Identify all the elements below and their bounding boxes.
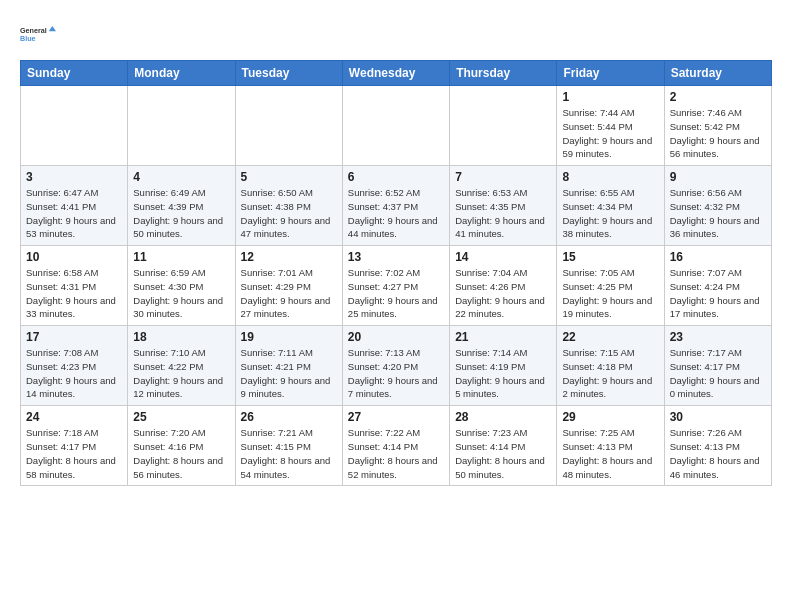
calendar-cell: 23Sunrise: 7:17 AM Sunset: 4:17 PM Dayli… (664, 326, 771, 406)
header-row: SundayMondayTuesdayWednesdayThursdayFrid… (21, 61, 772, 86)
day-info: Sunrise: 7:44 AM Sunset: 5:44 PM Dayligh… (562, 106, 658, 161)
calendar-cell: 16Sunrise: 7:07 AM Sunset: 4:24 PM Dayli… (664, 246, 771, 326)
logo-svg: General Blue (20, 16, 56, 52)
calendar-week: 24Sunrise: 7:18 AM Sunset: 4:17 PM Dayli… (21, 406, 772, 486)
day-number: 3 (26, 170, 122, 184)
day-info: Sunrise: 7:07 AM Sunset: 4:24 PM Dayligh… (670, 266, 766, 321)
day-number: 6 (348, 170, 444, 184)
day-info: Sunrise: 6:49 AM Sunset: 4:39 PM Dayligh… (133, 186, 229, 241)
svg-text:General: General (20, 26, 47, 35)
day-number: 16 (670, 250, 766, 264)
calendar-cell: 7Sunrise: 6:53 AM Sunset: 4:35 PM Daylig… (450, 166, 557, 246)
calendar-cell: 1Sunrise: 7:44 AM Sunset: 5:44 PM Daylig… (557, 86, 664, 166)
day-info: Sunrise: 7:18 AM Sunset: 4:17 PM Dayligh… (26, 426, 122, 481)
svg-marker-2 (49, 26, 56, 31)
day-info: Sunrise: 7:04 AM Sunset: 4:26 PM Dayligh… (455, 266, 551, 321)
day-number: 18 (133, 330, 229, 344)
calendar-cell: 26Sunrise: 7:21 AM Sunset: 4:15 PM Dayli… (235, 406, 342, 486)
day-number: 10 (26, 250, 122, 264)
header-day: Thursday (450, 61, 557, 86)
day-info: Sunrise: 7:13 AM Sunset: 4:20 PM Dayligh… (348, 346, 444, 401)
day-info: Sunrise: 6:50 AM Sunset: 4:38 PM Dayligh… (241, 186, 337, 241)
calendar-cell: 19Sunrise: 7:11 AM Sunset: 4:21 PM Dayli… (235, 326, 342, 406)
day-info: Sunrise: 6:59 AM Sunset: 4:30 PM Dayligh… (133, 266, 229, 321)
calendar-cell: 2Sunrise: 7:46 AM Sunset: 5:42 PM Daylig… (664, 86, 771, 166)
calendar-week: 1Sunrise: 7:44 AM Sunset: 5:44 PM Daylig… (21, 86, 772, 166)
svg-text:Blue: Blue (20, 34, 36, 43)
day-info: Sunrise: 7:15 AM Sunset: 4:18 PM Dayligh… (562, 346, 658, 401)
header-day: Saturday (664, 61, 771, 86)
calendar-cell (235, 86, 342, 166)
day-number: 30 (670, 410, 766, 424)
calendar-cell: 15Sunrise: 7:05 AM Sunset: 4:25 PM Dayli… (557, 246, 664, 326)
day-number: 8 (562, 170, 658, 184)
day-number: 7 (455, 170, 551, 184)
calendar-cell: 20Sunrise: 7:13 AM Sunset: 4:20 PM Dayli… (342, 326, 449, 406)
day-number: 20 (348, 330, 444, 344)
day-info: Sunrise: 7:46 AM Sunset: 5:42 PM Dayligh… (670, 106, 766, 161)
day-info: Sunrise: 7:11 AM Sunset: 4:21 PM Dayligh… (241, 346, 337, 401)
calendar-week: 10Sunrise: 6:58 AM Sunset: 4:31 PM Dayli… (21, 246, 772, 326)
header-day: Wednesday (342, 61, 449, 86)
calendar-cell: 24Sunrise: 7:18 AM Sunset: 4:17 PM Dayli… (21, 406, 128, 486)
day-info: Sunrise: 7:17 AM Sunset: 4:17 PM Dayligh… (670, 346, 766, 401)
day-info: Sunrise: 7:23 AM Sunset: 4:14 PM Dayligh… (455, 426, 551, 481)
day-number: 12 (241, 250, 337, 264)
calendar-cell: 27Sunrise: 7:22 AM Sunset: 4:14 PM Dayli… (342, 406, 449, 486)
day-number: 29 (562, 410, 658, 424)
day-number: 1 (562, 90, 658, 104)
day-info: Sunrise: 6:47 AM Sunset: 4:41 PM Dayligh… (26, 186, 122, 241)
day-number: 11 (133, 250, 229, 264)
day-info: Sunrise: 7:21 AM Sunset: 4:15 PM Dayligh… (241, 426, 337, 481)
day-number: 5 (241, 170, 337, 184)
calendar-cell (450, 86, 557, 166)
day-number: 24 (26, 410, 122, 424)
day-number: 25 (133, 410, 229, 424)
day-number: 19 (241, 330, 337, 344)
day-number: 2 (670, 90, 766, 104)
calendar-cell (128, 86, 235, 166)
day-info: Sunrise: 7:14 AM Sunset: 4:19 PM Dayligh… (455, 346, 551, 401)
day-number: 14 (455, 250, 551, 264)
calendar-cell: 8Sunrise: 6:55 AM Sunset: 4:34 PM Daylig… (557, 166, 664, 246)
day-number: 28 (455, 410, 551, 424)
calendar-week: 17Sunrise: 7:08 AM Sunset: 4:23 PM Dayli… (21, 326, 772, 406)
header-day: Sunday (21, 61, 128, 86)
header-day: Monday (128, 61, 235, 86)
day-number: 4 (133, 170, 229, 184)
day-info: Sunrise: 6:53 AM Sunset: 4:35 PM Dayligh… (455, 186, 551, 241)
day-info: Sunrise: 6:56 AM Sunset: 4:32 PM Dayligh… (670, 186, 766, 241)
day-number: 9 (670, 170, 766, 184)
day-info: Sunrise: 7:22 AM Sunset: 4:14 PM Dayligh… (348, 426, 444, 481)
day-number: 15 (562, 250, 658, 264)
calendar-cell: 25Sunrise: 7:20 AM Sunset: 4:16 PM Dayli… (128, 406, 235, 486)
header-day: Friday (557, 61, 664, 86)
calendar-cell: 18Sunrise: 7:10 AM Sunset: 4:22 PM Dayli… (128, 326, 235, 406)
day-info: Sunrise: 7:05 AM Sunset: 4:25 PM Dayligh… (562, 266, 658, 321)
day-info: Sunrise: 6:52 AM Sunset: 4:37 PM Dayligh… (348, 186, 444, 241)
calendar-cell: 28Sunrise: 7:23 AM Sunset: 4:14 PM Dayli… (450, 406, 557, 486)
calendar-cell: 5Sunrise: 6:50 AM Sunset: 4:38 PM Daylig… (235, 166, 342, 246)
calendar-cell: 9Sunrise: 6:56 AM Sunset: 4:32 PM Daylig… (664, 166, 771, 246)
day-info: Sunrise: 7:08 AM Sunset: 4:23 PM Dayligh… (26, 346, 122, 401)
calendar-cell: 17Sunrise: 7:08 AM Sunset: 4:23 PM Dayli… (21, 326, 128, 406)
day-info: Sunrise: 7:01 AM Sunset: 4:29 PM Dayligh… (241, 266, 337, 321)
calendar-table: SundayMondayTuesdayWednesdayThursdayFrid… (20, 60, 772, 486)
day-number: 21 (455, 330, 551, 344)
day-number: 26 (241, 410, 337, 424)
day-info: Sunrise: 7:10 AM Sunset: 4:22 PM Dayligh… (133, 346, 229, 401)
page: General Blue SundayMondayTuesdayWednesda… (0, 0, 792, 496)
day-number: 27 (348, 410, 444, 424)
logo: General Blue (20, 16, 56, 52)
day-info: Sunrise: 6:55 AM Sunset: 4:34 PM Dayligh… (562, 186, 658, 241)
day-number: 13 (348, 250, 444, 264)
header-day: Tuesday (235, 61, 342, 86)
day-number: 22 (562, 330, 658, 344)
calendar-cell: 30Sunrise: 7:26 AM Sunset: 4:13 PM Dayli… (664, 406, 771, 486)
day-info: Sunrise: 7:20 AM Sunset: 4:16 PM Dayligh… (133, 426, 229, 481)
calendar-cell: 22Sunrise: 7:15 AM Sunset: 4:18 PM Dayli… (557, 326, 664, 406)
day-number: 17 (26, 330, 122, 344)
calendar-cell: 29Sunrise: 7:25 AM Sunset: 4:13 PM Dayli… (557, 406, 664, 486)
calendar-cell: 3Sunrise: 6:47 AM Sunset: 4:41 PM Daylig… (21, 166, 128, 246)
header: General Blue (20, 16, 772, 52)
